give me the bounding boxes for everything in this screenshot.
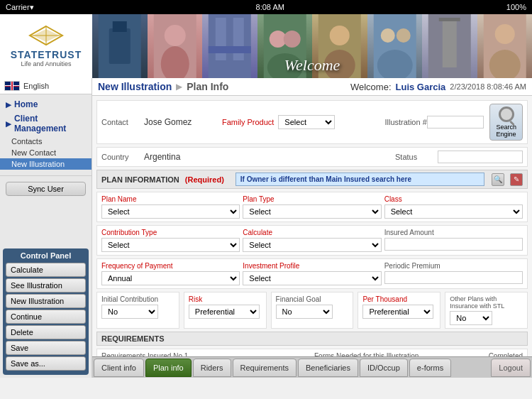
family-product-select[interactable]: Select <box>278 115 335 129</box>
financial-goal-label: Financial Goal <box>276 295 349 303</box>
svg-rect-26 <box>443 18 457 67</box>
search-engine-button[interactable]: Search Engine <box>489 104 523 141</box>
plan-name-row: Plan Name Select Plan Type Select Class … <box>96 192 528 222</box>
home-label: Home <box>14 99 38 109</box>
other-plans-subsection: Other Plans with Insurance with STL No <box>445 292 528 329</box>
sidebar-item-client-management[interactable]: ▶ Client Management <box>0 111 92 136</box>
battery-label: 100% <box>506 3 526 11</box>
calculate-label: Calculate <box>243 229 381 236</box>
sidebar-item-new-contact[interactable]: New Contact <box>0 147 92 158</box>
logo-text-sub: Life and Annuities <box>21 60 71 67</box>
plan-type-select[interactable]: Select <box>243 204 381 219</box>
bottom-tabs: Client info Plan info Riders Requirement… <box>92 356 532 378</box>
plan-info-section-label: PLAN INFORMATION <box>101 175 179 184</box>
sidebar-spacer <box>0 199 92 246</box>
contribution-type-label: Contribution Type <box>101 229 240 236</box>
tab-requirements[interactable]: Requirements <box>233 359 297 377</box>
welcome-label: Welcome: <box>350 82 392 92</box>
frequency-select[interactable]: Annual <box>101 271 240 285</box>
per-thousand-subsection: Per Thousand Preferential <box>358 292 440 329</box>
initial-contribution-subsection: Initial Contribution No <box>96 292 179 329</box>
home-arrow-icon: ▶ <box>6 101 11 109</box>
svg-point-22 <box>380 28 394 43</box>
country-label: Country <box>101 153 144 161</box>
plan-type-cell: Plan Type Select <box>243 195 381 219</box>
save-button[interactable]: Save <box>6 341 86 355</box>
contribution-type-select[interactable]: Select <box>101 238 240 252</box>
logo-diamond-icon <box>28 25 64 46</box>
per-thousand-select[interactable]: Preferential <box>362 305 433 319</box>
language-row[interactable]: English <box>0 78 92 94</box>
language-label: English <box>23 82 49 90</box>
initial-contribution-select[interactable]: No <box>101 305 158 319</box>
top-bar: New Illustration ▶ Plan Info Welcome: Lu… <box>92 78 532 96</box>
cm-label: Client Management <box>14 114 86 133</box>
plan-name-label: Plan Name <box>101 195 240 203</box>
photo-2 <box>148 14 203 78</box>
sidebar-item-home[interactable]: ▶ Home <box>0 97 92 111</box>
status-label: Status <box>395 153 438 161</box>
illustration-label: Illustration # <box>384 118 427 126</box>
sidebar-item-new-illustration[interactable]: New Illustration <box>0 158 92 170</box>
user-name: Luis Garcia <box>396 82 446 92</box>
new-illustration-button[interactable]: New Illustration <box>6 294 86 308</box>
investment-select[interactable]: Select <box>243 271 381 285</box>
insured-amount-input[interactable] <box>384 238 523 251</box>
svg-rect-27 <box>439 18 460 21</box>
illustration-input[interactable] <box>427 116 484 129</box>
welcome-section: Welcome: Luis Garcia 2/23/2018 8:08:46 A… <box>350 82 526 92</box>
tab-id-occup[interactable]: ID/Occup <box>360 359 408 377</box>
status-input[interactable] <box>438 151 523 163</box>
frequency-row: Frequency of Payment Annual Investment P… <box>96 258 528 289</box>
investment-label: Investment Profile <box>243 262 381 270</box>
sidebar-item-contacts[interactable]: Contacts <box>0 136 92 147</box>
sync-user-button[interactable]: Sync User <box>6 182 86 196</box>
calculate-select[interactable]: Select <box>243 238 381 252</box>
svg-rect-6 <box>113 21 127 32</box>
calculate-button[interactable]: Calculate <box>6 263 86 277</box>
tab-plan-info[interactable]: Plan info <box>145 359 192 377</box>
requirements-header: REQUIREMENTS <box>96 332 528 346</box>
svg-rect-13 <box>209 46 251 53</box>
class-select[interactable]: Select <box>384 204 523 219</box>
requirements-section-label: REQUIREMENTS <box>101 334 165 343</box>
risk-subsection: Risk Preferential <box>184 292 267 329</box>
time-label: 8:08 AM <box>34 3 506 11</box>
status-bar: Carrier ▾ 8:08 AM 100% <box>0 0 532 14</box>
carrier-label: Carrier <box>6 3 30 11</box>
main-layout: English ▶ Home ▶ Client Management Conta… <box>0 78 532 378</box>
logo-text-main: STATETRUST <box>11 49 82 60</box>
tab-beneficiaries[interactable]: Beneficiaries <box>298 359 358 377</box>
svg-point-29 <box>494 24 514 44</box>
svg-point-19 <box>330 26 350 45</box>
svg-point-8 <box>164 25 185 46</box>
plan-name-select[interactable]: Select <box>101 204 240 219</box>
per-thousand-label: Per Thousand <box>362 295 436 303</box>
tab-client-info[interactable]: Client info <box>94 359 144 377</box>
welcome-overlay: Welcome <box>284 56 340 75</box>
other-plans-select[interactable]: No <box>450 311 492 325</box>
continue-button[interactable]: Continue <box>6 310 86 324</box>
delete-button[interactable]: Delete <box>6 325 86 339</box>
save-as-button[interactable]: Save as... <box>6 356 86 371</box>
owner-search-icon-btn[interactable]: 🔍 <box>492 173 504 186</box>
periodic-premium-input[interactable] <box>384 271 523 284</box>
svg-point-16 <box>283 31 300 48</box>
financial-goal-select[interactable]: No <box>276 305 333 319</box>
owner-edit-icon-btn[interactable]: ✎ <box>510 173 523 186</box>
class-cell: Class Select <box>384 195 523 219</box>
insured-amount-label: Insured Amount <box>384 229 523 236</box>
tab-logout[interactable]: Logout <box>491 359 531 377</box>
app-logo: STATETRUST Life and Annuities <box>0 14 92 78</box>
periodic-premium-label: Periodic Premium <box>384 262 523 270</box>
tab-e-forms[interactable]: e-forms <box>409 359 451 377</box>
risk-select[interactable]: Preferential <box>189 305 260 319</box>
photo-1 <box>92 14 148 78</box>
uk-flag-icon <box>4 81 20 91</box>
class-label: Class <box>384 195 523 203</box>
breadcrumb: New Illustration ▶ Plan Info <box>98 81 228 92</box>
tab-riders[interactable]: Riders <box>193 359 231 377</box>
see-illustration-button[interactable]: See Illustration <box>6 278 86 293</box>
risk-label: Risk <box>189 295 262 303</box>
financial-goal-subsection: Financial Goal No <box>271 292 354 329</box>
